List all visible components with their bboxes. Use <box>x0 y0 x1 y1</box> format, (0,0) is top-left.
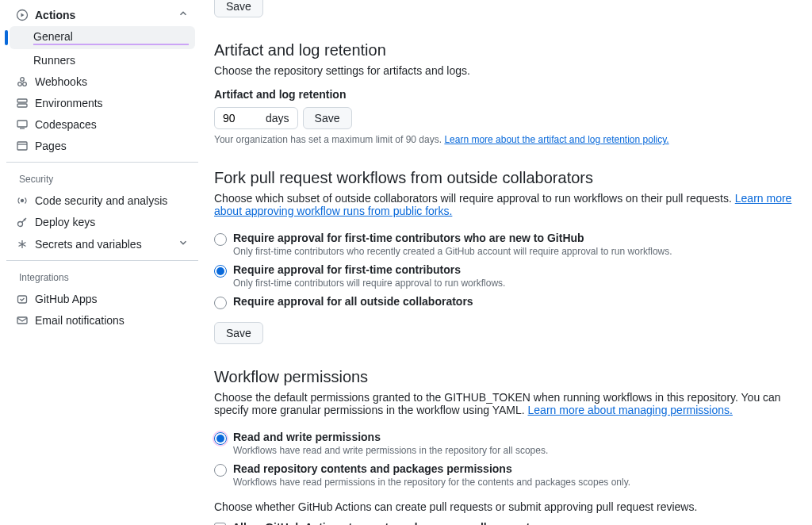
workflow-pr-desc: Choose whether GitHub Actions can create… <box>214 500 796 513</box>
fork-save-button[interactable]: Save <box>214 322 263 344</box>
sidebar-label-github-apps: GitHub Apps <box>35 293 189 305</box>
workflow-opt1-label: Read and write permissions <box>233 431 548 443</box>
workflow-desc: Choose the default permissions granted t… <box>214 391 796 416</box>
browser-icon <box>16 140 29 152</box>
play-icon <box>16 9 29 21</box>
broadcast-icon <box>16 194 29 207</box>
radio-icon[interactable] <box>214 297 227 309</box>
key-icon <box>16 216 29 228</box>
webhook-icon <box>16 75 29 88</box>
svg-rect-7 <box>17 142 27 150</box>
fork-option-all-outside[interactable]: Require approval for all outside collabo… <box>214 292 796 312</box>
workflow-learn-more-link[interactable]: Learn more about managing permissions. <box>528 404 733 416</box>
sidebar-label-actions: Actions <box>35 9 178 21</box>
workflow-opt2-desc: Workflows have read permissions in the r… <box>233 477 630 488</box>
sidebar-label-code-security: Code security and analysis <box>35 194 189 207</box>
fork-opt1-desc: Only first-time contributors who recentl… <box>233 246 672 257</box>
workflow-option-read-write[interactable]: Read and write permissions Workflows hav… <box>214 427 796 459</box>
sidebar-item-runners[interactable]: Runners <box>10 50 195 71</box>
svg-point-8 <box>21 200 24 202</box>
svg-rect-10 <box>18 296 27 303</box>
artifact-section: Artifact and log retention Choose the re… <box>214 41 796 145</box>
workflow-opt1-desc: Workflows have read and write permission… <box>233 445 548 456</box>
sidebar-item-secrets[interactable]: Secrets and variables <box>10 233 195 255</box>
fork-desc: Choose which subset of outside collabora… <box>214 192 796 217</box>
sidebar-label-email-notifications: Email notifications <box>35 314 189 327</box>
sidebar-header-security: Security <box>6 167 198 190</box>
fork-opt3-label: Require approval for all outside collabo… <box>233 295 473 308</box>
chevron-up-icon <box>178 8 189 21</box>
fork-section: Fork pull request workflows from outside… <box>214 169 796 344</box>
artifact-subhead: Artifact and log retention <box>214 88 796 101</box>
retention-days-input[interactable] <box>223 112 243 125</box>
sidebar-item-github-apps[interactable]: GitHub Apps <box>10 289 195 309</box>
sidebar-label-pages: Pages <box>35 140 189 152</box>
retention-input-wrapper: days <box>214 107 298 129</box>
sidebar-label-general: General <box>33 30 189 45</box>
sidebar-label-runners: Runners <box>33 54 189 67</box>
sidebar-header-integrations: Integrations <box>6 266 198 288</box>
fork-heading: Fork pull request workflows from outside… <box>214 169 796 187</box>
sidebar-item-webhooks[interactable]: Webhooks <box>10 71 195 92</box>
sidebar-item-code-security[interactable]: Code security and analysis <box>10 190 195 211</box>
workflow-heading: Workflow permissions <box>214 368 796 386</box>
artifact-desc: Choose the repository settings for artif… <box>214 64 796 77</box>
radio-icon[interactable] <box>214 432 227 445</box>
retention-unit: days <box>266 112 289 125</box>
radio-icon[interactable] <box>214 464 227 477</box>
sidebar-item-pages[interactable]: Pages <box>10 136 195 156</box>
svg-rect-4 <box>17 99 27 102</box>
retention-note: Your organization has set a maximum limi… <box>214 134 796 145</box>
sidebar-label-environments: Environments <box>35 97 189 109</box>
fork-opt2-label: Require approval for first-time contribu… <box>233 263 505 276</box>
fork-opt1-label: Require approval for first-time contribu… <box>233 232 672 244</box>
sidebar-label-secrets: Secrets and variables <box>35 238 178 251</box>
svg-point-1 <box>18 82 22 86</box>
settings-main: Save Artifact and log retention Choose t… <box>198 0 812 525</box>
svg-point-2 <box>23 82 27 86</box>
workflow-option-read-only[interactable]: Read repository contents and packages pe… <box>214 459 796 491</box>
svg-rect-11 <box>17 317 27 324</box>
save-button-top[interactable]: Save <box>214 0 263 17</box>
hubot-icon <box>16 293 29 305</box>
sidebar-label-deploy-keys: Deploy keys <box>35 216 189 228</box>
retention-save-button[interactable]: Save <box>303 107 352 129</box>
svg-rect-5 <box>17 104 27 107</box>
key-asterisk-icon <box>16 238 29 251</box>
sidebar-item-environments[interactable]: Environments <box>10 93 195 113</box>
workflow-pr-label: Allow GitHub Actions to create and appro… <box>232 521 536 525</box>
chevron-down-icon <box>178 237 189 251</box>
codespaces-icon <box>16 118 29 131</box>
workflow-section: Workflow permissions Choose the default … <box>214 368 796 525</box>
sidebar-item-general[interactable]: General <box>10 26 195 49</box>
settings-sidebar: Actions General Runners Webhooks <box>0 0 198 525</box>
sidebar-item-deploy-keys[interactable]: Deploy keys <box>10 212 195 232</box>
sidebar-item-actions[interactable]: Actions <box>10 4 195 25</box>
sidebar-label-webhooks: Webhooks <box>35 75 189 88</box>
server-icon <box>16 97 29 109</box>
svg-rect-6 <box>17 121 27 127</box>
workflow-opt2-label: Read repository contents and packages pe… <box>233 462 630 475</box>
fork-option-new-to-github[interactable]: Require approval for first-time contribu… <box>214 228 796 260</box>
workflow-pr-checkbox[interactable]: Allow GitHub Actions to create and appro… <box>214 518 796 525</box>
radio-icon[interactable] <box>214 233 227 246</box>
fork-option-first-time[interactable]: Require approval for first-time contribu… <box>214 260 796 292</box>
mail-icon <box>16 314 29 327</box>
artifact-heading: Artifact and log retention <box>214 41 796 59</box>
radio-icon[interactable] <box>214 265 227 278</box>
sidebar-item-codespaces[interactable]: Codespaces <box>10 114 195 135</box>
svg-point-3 <box>21 78 25 82</box>
retention-learn-more-link[interactable]: Learn more about the artifact and log re… <box>444 134 668 145</box>
sidebar-label-codespaces: Codespaces <box>35 118 189 131</box>
fork-opt2-desc: Only first-time contributors will requir… <box>233 278 505 289</box>
sidebar-item-email-notifications[interactable]: Email notifications <box>10 310 195 331</box>
